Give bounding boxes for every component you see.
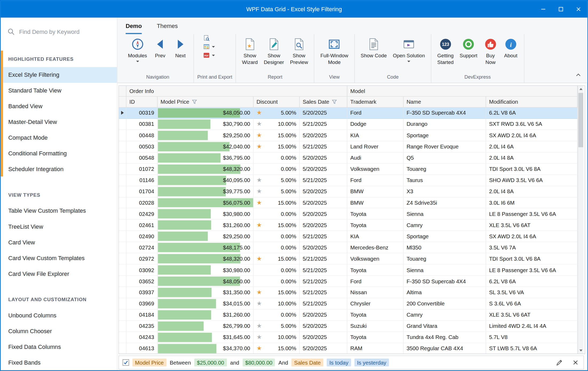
- ribbon-button-full-window-mode[interactable]: Full-Window Mode: [318, 35, 351, 66]
- ribbon-button-show-preview[interactable]: Show Preview: [287, 35, 311, 66]
- cell-sales-date[interactable]: 5/20/2025: [300, 242, 347, 253]
- sidebar-item-scheduler-integration[interactable]: Scheduler Integration: [1, 162, 117, 177]
- cell-model-price[interactable]: $34,370.00: [157, 343, 253, 354]
- filter-token-between[interactable]: Between: [170, 358, 191, 366]
- cell-id[interactable]: 00319: [126, 107, 158, 118]
- cell-modification[interactable]: 5.7L V8: [486, 332, 578, 343]
- sidebar-item-fixed-bands[interactable]: Fixed Bands: [1, 355, 117, 370]
- cell-discount[interactable]: ★5.00%: [253, 107, 300, 118]
- cell-trademark[interactable]: Ford: [347, 175, 404, 186]
- cell-model-price[interactable]: $42,040.00: [157, 141, 253, 152]
- sidebar-item-excel-style-filtering[interactable]: Excel Style Filtering: [1, 67, 117, 83]
- ribbon-button-support[interactable]: Support: [457, 35, 480, 60]
- cell-discount[interactable]: ★10.00%: [253, 119, 300, 130]
- table-row[interactable]: 01146$40,095.00★5.00%5/21/2025FordTaurus…: [119, 175, 578, 186]
- cell-sales-date[interactable]: 5/21/2025: [300, 231, 347, 242]
- table-row[interactable]: 03969$34,015.00★10.00%5/21/2025Chrysler2…: [119, 298, 578, 309]
- table-row[interactable]: 04243$31,645.00★10.00%5/20/2025ToyotaTun…: [119, 332, 578, 343]
- cell-id[interactable]: 00381: [126, 119, 158, 130]
- table-row[interactable]: 02461$31,260.00★15.00%5/20/2025ToyotaCam…: [119, 220, 578, 231]
- cell-discount[interactable]: ★15.00%: [253, 287, 300, 298]
- cell-sales-date[interactable]: 5/20/2025: [300, 197, 347, 208]
- cell-model-price[interactable]: $48,050.00: [157, 107, 253, 118]
- cell-name[interactable]: Touareg: [404, 164, 486, 175]
- cell-trademark[interactable]: BMW: [347, 197, 404, 208]
- cell-discount[interactable]: ★15.00%: [253, 130, 300, 141]
- scroll-up-button[interactable]: [578, 86, 583, 92]
- cell-modification[interactable]: 2.0L I4 8A: [486, 152, 578, 163]
- search-input[interactable]: [19, 28, 107, 35]
- sidebar-item-master-detail-view[interactable]: Master-Detail View: [1, 114, 117, 130]
- cell-model-price[interactable]: $48,175.00: [157, 242, 253, 253]
- cell-name[interactable]: Grand Vitara: [404, 321, 486, 332]
- cell-modification[interactable]: 2.0L I4 6A: [486, 141, 578, 152]
- column-header-name[interactable]: Name: [404, 97, 486, 107]
- cell-name[interactable]: Sienna: [404, 265, 486, 276]
- table-row[interactable]: 00381$30,790.00★10.00%5/21/2025DodgeDura…: [119, 119, 578, 130]
- cell-sales-date[interactable]: 5/20/2025: [300, 130, 347, 141]
- cell-trademark[interactable]: Mercedes-Benz: [347, 242, 404, 253]
- cell-id[interactable]: 02724: [126, 242, 158, 253]
- filter-enabled-checkbox[interactable]: [123, 359, 129, 366]
- ribbon-button-about[interactable]: iAbout: [501, 35, 521, 60]
- cell-model-price[interactable]: $48,320.00: [157, 253, 253, 264]
- cell-name[interactable]: Touareg: [404, 253, 486, 264]
- cell-id[interactable]: 02490: [126, 231, 158, 242]
- cell-sales-date[interactable]: 5/21/2025: [300, 265, 347, 276]
- cell-discount[interactable]: ★15.00%: [253, 220, 300, 231]
- table-row[interactable]: 00503$42,040.00★15.00%5/21/2025Land Rove…: [119, 141, 578, 152]
- cell-trademark[interactable]: Volkswagen: [347, 164, 404, 175]
- cell-discount[interactable]: 0.00%: [253, 265, 300, 276]
- cell-name[interactable]: Sienna: [404, 208, 486, 219]
- cell-modification[interactable]: XLE 3.5L V6 6AT: [486, 309, 578, 320]
- scrollbar-thumb[interactable]: [578, 93, 583, 147]
- cell-id[interactable]: 02461: [126, 220, 158, 231]
- cell-trademark[interactable]: Toyota: [347, 265, 404, 276]
- cell-model-price[interactable]: $30,980.00: [157, 208, 253, 219]
- cell-trademark[interactable]: Toyota: [347, 208, 404, 219]
- table-row[interactable]: 02724$48,175.000.00%5/20/2025Mercedes-Be…: [119, 242, 578, 253]
- cell-trademark[interactable]: Land Rover: [347, 141, 404, 152]
- cell-model-price[interactable]: $31,260.00: [157, 309, 253, 320]
- cell-model-price[interactable]: $31,260.00: [157, 220, 253, 231]
- cell-modification[interactable]: 6.2L V8 6A: [486, 276, 578, 287]
- cell-trademark[interactable]: Ford: [347, 107, 404, 118]
- cell-modification[interactable]: ST LWB 5.7L V8 6A: [486, 343, 578, 354]
- band-header-model[interactable]: Model: [347, 86, 578, 96]
- cell-trademark[interactable]: BMW: [347, 186, 404, 197]
- cell-discount[interactable]: 0.00%: [253, 242, 300, 253]
- sidebar-item-table-view-custom-templates[interactable]: Table View Custom Templates: [1, 203, 117, 219]
- cell-trademark[interactable]: Toyota: [347, 220, 404, 231]
- maximize-button[interactable]: [552, 1, 570, 18]
- cell-discount[interactable]: ★15.00%: [253, 141, 300, 152]
- table-row[interactable]: 04184$31,260.000.00%5/20/2025ToyotaCamry…: [119, 309, 578, 321]
- cell-id[interactable]: 00503: [126, 141, 158, 152]
- cell-discount[interactable]: 0.00%: [253, 309, 300, 320]
- cell-trademark[interactable]: Toyota: [347, 332, 404, 343]
- cell-sales-date[interactable]: 5/20/2025: [300, 321, 347, 332]
- sidebar-item-fixed-data-columns[interactable]: Fixed Data Columns: [1, 339, 117, 355]
- cell-name[interactable]: Sportage: [404, 231, 486, 242]
- cell-trademark[interactable]: Ford: [347, 276, 404, 287]
- cell-name[interactable]: F-350 SD Supercab 4X4: [404, 107, 486, 118]
- cell-name[interactable]: 3500 Regular CAB 4X4: [404, 343, 486, 354]
- cell-model-price[interactable]: $56,075.00: [157, 197, 253, 208]
- cell-trademark[interactable]: Chrysler: [347, 298, 404, 309]
- cell-discount[interactable]: ★15.00%: [253, 197, 300, 208]
- cell-id[interactable]: 04613: [126, 343, 158, 354]
- table-row[interactable]: 03652$48,050.000.00%5/21/2025FordF-350 S…: [119, 276, 578, 287]
- table-row[interactable]: 02972$48,320.00★15.00%5/21/2025Volkswage…: [119, 253, 578, 265]
- cell-sales-date[interactable]: 5/21/2025: [300, 141, 347, 152]
- cell-modification[interactable]: SXT RWD 3.6L V6 5A: [486, 119, 578, 130]
- cell-name[interactable]: Durango: [404, 119, 486, 130]
- cell-model-price[interactable]: $26,799.00: [157, 321, 253, 332]
- table-row[interactable]: 02028$56,075.00★15.00%5/20/2025BMWZ4 Sdr…: [119, 197, 578, 208]
- sidebar-item-conditional-formatting[interactable]: Conditional Formatting: [1, 146, 117, 162]
- table-row[interactable]: 01072$48,320.000.00%5/20/2025VolkswagenT…: [119, 164, 578, 175]
- tab-themes[interactable]: Themes: [157, 23, 178, 34]
- cell-id[interactable]: 03652: [126, 276, 158, 287]
- ribbon-button-show-wizard[interactable]: ★Show Wizard: [239, 35, 260, 66]
- cell-name[interactable]: Sportage: [404, 130, 486, 141]
- cell-name[interactable]: Camry: [404, 220, 486, 231]
- cell-name[interactable]: Tundra 4x4 Reg. Cab: [404, 332, 486, 343]
